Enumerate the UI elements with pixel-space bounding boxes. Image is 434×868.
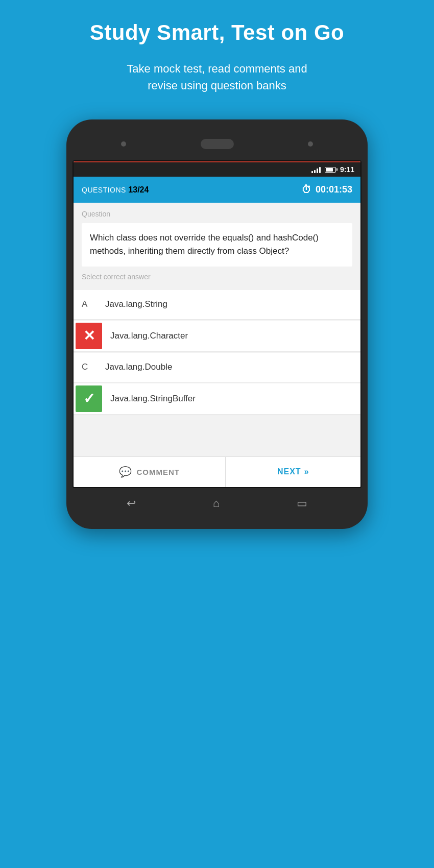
status-time: 9:11 [340,165,354,174]
battery-fill [326,168,333,172]
answer-option-c[interactable]: C Java.lang.Double [74,353,360,382]
signal-bar-2 [314,170,316,173]
status-bar: 9:11 [74,162,360,177]
questions-label: QUESTIONS [82,186,128,194]
battery-icon [325,167,336,173]
answer-text-b: Java.lang.Character [110,331,188,341]
empty-area [74,416,360,456]
phone-top-bezel [73,130,361,158]
next-chevrons-icon: » [304,467,309,476]
comment-icon: 💬 [119,466,132,478]
answer-text-d: Java.lang.StringBuffer [110,394,196,404]
sensor-icon [308,141,313,147]
answer-text-c: Java.lang.Double [105,362,172,372]
timer: ⏱ 00:01:53 [301,184,352,196]
answer-option-d[interactable]: ✓ Java.lang.StringBuffer [74,383,360,415]
timer-icon: ⏱ [301,184,311,196]
phone-mockup: 9:11 QUESTIONS 13/24 ⏱ 00:01:53 Question… [66,119,368,529]
questions-info: QUESTIONS 13/24 [82,185,149,195]
camera-icon [121,141,126,147]
phone-outer: 9:11 QUESTIONS 13/24 ⏱ 00:01:53 Question… [66,119,368,529]
timer-value: 00:01:53 [316,184,352,195]
question-text-wrapper: Which class does not override the equals… [82,223,352,267]
back-button[interactable]: ↩ [127,497,136,510]
phone-bottom-bezel: ↩ ⌂ ▭ [73,488,361,519]
next-label: NEXT [277,467,301,476]
question-label: Question [82,210,352,218]
wrong-mark: ✕ [83,327,95,344]
correct-mark: ✓ [83,390,95,407]
signal-icon [311,166,321,173]
signal-bar-1 [311,171,313,173]
answer-letter-a: A [82,299,97,309]
app-title: Study Smart, Test on Go [31,20,403,45]
home-button[interactable]: ⌂ [213,497,220,510]
answer-option-a[interactable]: A Java.lang.String [74,290,360,320]
recents-button[interactable]: ▭ [297,497,307,510]
app-header: Study Smart, Test on Go Take mock test, … [0,0,434,109]
quiz-header: QUESTIONS 13/24 ⏱ 00:01:53 [74,177,360,203]
signal-bar-3 [317,168,318,173]
answer-letter-c: C [82,362,97,372]
app-subtitle: Take mock test, read comments andrevise … [31,60,403,94]
signal-bar-4 [319,167,321,173]
action-bar: 💬 COMMENT NEXT » [74,456,360,487]
answers-section: A Java.lang.String ✕ Java.lang.Character… [74,290,360,415]
comment-label: COMMENT [137,468,180,476]
answer-correct-icon-d: ✓ [76,385,102,412]
questions-count: 13/24 [128,185,149,194]
question-text: Which class does not override the equals… [90,231,344,258]
speaker-icon [201,139,234,149]
answer-option-b[interactable]: ✕ Java.lang.Character [74,321,360,352]
answer-wrong-icon-b: ✕ [76,323,102,349]
select-answer-label: Select correct answer [82,273,352,286]
comment-button[interactable]: 💬 COMMENT [74,457,226,487]
next-button[interactable]: NEXT » [226,457,361,487]
answer-text-a: Java.lang.String [105,299,167,309]
question-section: Question Which class does not override t… [74,203,360,290]
phone-screen: 9:11 QUESTIONS 13/24 ⏱ 00:01:53 Question… [73,160,361,488]
